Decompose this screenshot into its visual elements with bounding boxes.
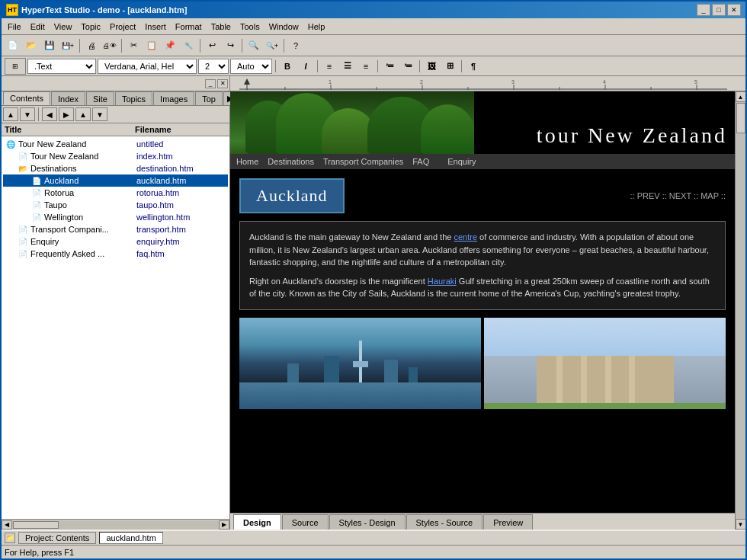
nav-next-button[interactable]: ▼ [92, 107, 107, 121]
tree-item-auckland[interactable]: 📄 Auckland auckland.htm [3, 174, 228, 187]
taskbar-project-contents[interactable]: Project: Contents [18, 532, 96, 544]
save-button[interactable]: 💾 [41, 37, 58, 54]
nav-down-button[interactable]: ▼ [20, 107, 35, 121]
open-button[interactable]: 📂 [23, 37, 40, 54]
tab-site[interactable]: Site [86, 91, 114, 105]
tree-item-faq[interactable]: 📄 Frequently Asked ... faq.htm [3, 248, 228, 260]
maximize-button[interactable]: □ [712, 4, 726, 16]
tree-item-root[interactable]: 🌐 Tour New Zealand untitled [3, 138, 228, 150]
align-right-button[interactable]: ≡ [357, 59, 374, 74]
nav-forward-button[interactable]: ▶ [59, 107, 74, 121]
web-content[interactable]: tour New Zealand Home Destinations Desti… [230, 91, 735, 513]
undo-button[interactable]: ↩ [204, 37, 220, 54]
menu-view[interactable]: View [50, 21, 77, 33]
link-hauraki[interactable]: Hauraki [428, 277, 457, 286]
menu-insert[interactable]: Insert [140, 21, 171, 33]
tree-item-wellington[interactable]: 📄 Wellington wellington.htm [3, 211, 228, 223]
save-all-button[interactable]: 💾+ [59, 37, 76, 54]
scroll-down-button[interactable]: ▼ [736, 519, 746, 530]
bold-button[interactable]: B [279, 59, 296, 74]
menu-format[interactable]: Format [171, 21, 207, 33]
tab-contents[interactable]: Contents [3, 91, 50, 105]
h-scrollbar[interactable]: ◀ ▶ [2, 519, 229, 530]
separator-3 [200, 39, 200, 53]
tab-design[interactable]: Design [233, 514, 281, 530]
scroll-right-button[interactable]: ▶ [219, 520, 229, 530]
tab-preview[interactable]: Preview [483, 514, 533, 530]
menu-project[interactable]: Project [105, 21, 140, 33]
style-select[interactable]: .Text [27, 59, 96, 74]
font-select[interactable]: Verdana, Arial, Hel [98, 59, 197, 74]
replace-button[interactable]: 🔍+ [264, 37, 281, 54]
nav-up-button[interactable]: ▲ [3, 107, 18, 121]
v-scrollbar[interactable]: ▲ ▼ [735, 91, 745, 530]
nav-back-button[interactable]: ◀ [42, 107, 57, 121]
tab-index[interactable]: Index [51, 91, 85, 105]
tab-images[interactable]: Images [153, 91, 194, 105]
tab-source[interactable]: Source [282, 514, 329, 530]
menu-topic[interactable]: Topic [76, 21, 105, 33]
minimize-button[interactable]: _ [697, 4, 710, 16]
nav-faq[interactable]: FAQ [412, 157, 429, 166]
tab-top[interactable]: Top [195, 91, 223, 105]
italic-button[interactable]: I [297, 59, 314, 74]
size-select[interactable]: 2 [198, 59, 229, 74]
page-icon-enquiry: 📄 [17, 236, 29, 247]
nav-home[interactable]: Home [236, 157, 258, 166]
new-button[interactable]: 📄 [5, 37, 21, 54]
nav-enquiry[interactable]: Enquiry [447, 157, 476, 166]
scroll-thumb[interactable] [736, 103, 745, 133]
tree-item-rotorua[interactable]: 📄 Rotorua rotorua.htm [3, 187, 228, 199]
link-centre[interactable]: centre [454, 232, 477, 242]
tree-item-index[interactable]: 📄 Tour New Zealand index.htm [3, 150, 228, 162]
find-button[interactable]: 🔍 [245, 37, 262, 54]
paragraph-button[interactable]: ¶ [465, 59, 482, 74]
tab-styles-design[interactable]: Styles - Design [329, 514, 406, 530]
menu-table[interactable]: Table [207, 21, 236, 33]
site-title-text: tour New Zealand [537, 123, 727, 148]
menu-window[interactable]: Window [264, 21, 303, 33]
cut-button[interactable]: ✂ [125, 37, 142, 54]
insert-topic-button[interactable]: ⊞ [5, 58, 26, 75]
scroll-thumb[interactable] [13, 521, 59, 529]
menu-file[interactable]: File [3, 21, 26, 33]
special-paste-button[interactable]: 🔧 [180, 37, 197, 54]
image-button[interactable]: 🖼 [423, 59, 440, 74]
unordered-list-button[interactable]: ≔ [381, 59, 398, 74]
nav-transport[interactable]: Transport Companies [323, 157, 403, 166]
help-button[interactable]: ? [287, 37, 304, 54]
nav-prev-button[interactable]: ▲ [75, 107, 91, 121]
tree-item-enquiry[interactable]: 📄 Enquiry enquiry.htm [3, 235, 228, 248]
tree-item-transport[interactable]: 📄 Transport Compani... transport.htm [3, 223, 228, 235]
tab-topics[interactable]: Topics [115, 91, 152, 105]
scroll-up-button[interactable]: ▲ [736, 91, 746, 102]
align-center-button[interactable]: ☰ [339, 59, 356, 74]
menu-edit[interactable]: Edit [26, 21, 50, 33]
tree-item-taupo[interactable]: 📄 Taupo taupo.htm [3, 199, 228, 211]
close-button[interactable]: ✕ [727, 4, 741, 16]
tab-styles-source[interactable]: Styles - Source [406, 514, 483, 530]
redo-button[interactable]: ↪ [222, 37, 239, 54]
window-controls[interactable]: _ □ ✕ [697, 4, 741, 16]
file-tree[interactable]: 🌐 Tour New Zealand untitled 📄 Tour New Z… [2, 136, 229, 519]
panel-minimize-button[interactable]: _ [205, 79, 216, 88]
nav-destinations[interactable]: Destinations Destinations [268, 157, 314, 166]
print-button[interactable]: 🖨 [83, 37, 100, 54]
table-button[interactable]: ⊞ [441, 59, 458, 74]
paste-button[interactable]: 📌 [162, 37, 178, 54]
menu-tools[interactable]: Tools [236, 21, 264, 33]
panel-close-button[interactable]: ✕ [217, 79, 228, 88]
col-title: Title [5, 125, 135, 134]
taskbar-auckland[interactable]: auckland.htm [99, 532, 162, 544]
align-left-button[interactable]: ≡ [321, 59, 338, 74]
building-3 [384, 360, 398, 382]
print-preview-button[interactable]: 🖨👁 [101, 37, 118, 54]
nav-sep [38, 107, 39, 121]
ordered-list-button[interactable]: ≔ [399, 59, 416, 74]
scroll-left-button[interactable]: ◀ [2, 520, 12, 530]
color-select[interactable]: Auto [230, 59, 272, 74]
copy-button[interactable]: 📋 [143, 37, 160, 54]
menu-help[interactable]: Help [303, 21, 330, 33]
tree-label-transport: Transport Compani... [30, 225, 136, 234]
tree-item-destinations[interactable]: 📂 Destinations destination.htm [3, 162, 228, 174]
